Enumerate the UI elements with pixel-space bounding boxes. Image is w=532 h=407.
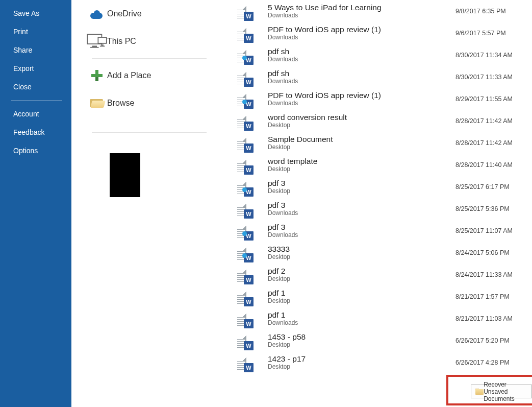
file-location: Downloads <box>268 78 455 85</box>
file-location: Downloads <box>268 12 455 19</box>
file-location: Desktop <box>268 166 455 173</box>
file-date: 8/24/2017 11:33 AM <box>455 271 532 278</box>
file-meta: pdf shDownloads <box>263 47 455 63</box>
file-meta: pdf 3Downloads <box>263 223 455 239</box>
recent-document-row[interactable]: W5 Ways to Use iPad for LearningDownload… <box>227 0 532 22</box>
file-date: 8/28/2017 11:42 AM <box>455 139 532 147</box>
word-document-icon: W <box>245 358 263 367</box>
file-name: word template <box>268 157 455 166</box>
place-label: This PC <box>107 37 136 46</box>
file-date: 8/25/2017 11:07 AM <box>455 227 532 234</box>
word-document-icon: W <box>245 314 263 323</box>
file-location: Desktop <box>268 298 455 305</box>
word-document-icon: W <box>245 336 263 345</box>
recent-document-row[interactable]: WSample DocumentDesktop8/28/2017 11:42 A… <box>227 132 532 154</box>
recent-document-row[interactable]: W1453 - p58Desktop6/26/2017 5:20 PM <box>227 329 532 351</box>
file-name: Sample Document <box>268 135 455 144</box>
file-name: 1423 - p17 <box>268 354 455 364</box>
recent-document-row[interactable]: Wword conversion resultDesktop8/28/2017 … <box>227 110 532 132</box>
svg-rect-4 <box>101 44 104 45</box>
sidebar-item-print[interactable]: Print <box>0 22 71 41</box>
file-name: pdf sh <box>268 69 455 78</box>
file-meta: PDF to Word iOS app review (1)Downloads <box>263 25 455 41</box>
file-name: 33333 <box>268 245 455 254</box>
word-document-icon: W <box>245 248 263 257</box>
sidebar-item-options[interactable]: Options <box>0 141 71 160</box>
file-date: 8/24/2017 5:06 PM <box>455 249 532 256</box>
file-name: PDF to Word iOS app review (1) <box>268 25 455 34</box>
recent-document-row[interactable]: Wpdf 1Desktop8/21/2017 1:57 PM <box>227 285 532 307</box>
recent-document-row[interactable]: Wpdf 1Downloads8/21/2017 11:03 AM <box>227 307 532 329</box>
recent-document-row[interactable]: Wpdf 2Desktop8/24/2017 11:33 AM <box>227 264 532 285</box>
file-location: Desktop <box>268 122 455 129</box>
folder-icon <box>475 389 479 395</box>
file-location: Downloads <box>268 34 455 41</box>
file-date: 8/30/2017 11:34 AM <box>455 52 532 59</box>
file-meta: PDF to Word iOS app review (1)Downloads <box>263 91 455 107</box>
sidebar-item-close[interactable]: Close <box>0 78 71 96</box>
word-document-icon: W <box>245 51 263 60</box>
file-meta: pdf 2Desktop <box>263 267 455 283</box>
recent-document-row[interactable]: Wword templateDesktop8/28/2017 11:40 AM <box>227 154 532 176</box>
sidebar-separator <box>11 100 62 101</box>
sidebar-item-save-as[interactable]: Save As <box>0 4 71 22</box>
recent-document-row[interactable]: Wpdf 3Desktop8/25/2017 6:17 PM <box>227 176 532 198</box>
file-date: 8/29/2017 11:55 AM <box>455 95 532 103</box>
recent-document-row[interactable]: WPDF to Word iOS app review (1)Downloads… <box>227 22 532 44</box>
recent-document-row[interactable]: Wpdf 3Downloads8/25/2017 5:36 PM <box>227 198 532 220</box>
this-pc-icon <box>87 34 107 50</box>
recent-document-row[interactable]: Wpdf shDownloads8/30/2017 11:34 AM <box>227 44 532 66</box>
svg-rect-5 <box>100 45 105 46</box>
sidebar-item-export[interactable]: Export <box>0 59 71 78</box>
file-name: word conversion result <box>268 113 455 122</box>
word-document-icon: W <box>245 292 263 301</box>
recent-document-row[interactable]: W33333Desktop8/24/2017 5:06 PM <box>227 242 532 264</box>
file-meta: pdf 1Downloads <box>263 310 455 327</box>
place-label: Browse <box>107 99 134 108</box>
file-date: 8/30/2017 11:33 AM <box>455 74 532 81</box>
place-add-a-place[interactable]: Add a Place <box>71 62 227 89</box>
word-document-icon: W <box>245 204 263 213</box>
recent-documents-pane: W5 Ways to Use iPad for LearningDownload… <box>227 0 532 407</box>
file-meta: pdf 3Desktop <box>263 179 455 195</box>
recent-document-row[interactable]: Wpdf shDownloads8/30/2017 11:33 AM <box>227 66 532 88</box>
file-meta: word templateDesktop <box>263 157 455 173</box>
place-onedrive[interactable]: OneDrive <box>71 0 227 28</box>
sidebar-item-account[interactable]: Account <box>0 105 71 123</box>
recent-document-row[interactable]: WPDF to Word iOS app review (1)Downloads… <box>227 88 532 110</box>
place-browse[interactable]: Browse <box>71 89 227 117</box>
file-name: pdf 1 <box>268 289 455 298</box>
file-name: pdf 1 <box>268 310 455 320</box>
svg-rect-1 <box>92 45 97 46</box>
word-document-icon: W <box>245 116 263 126</box>
file-meta: 5 Ways to Use iPad for LearningDownloads <box>263 3 455 19</box>
word-document-icon: W <box>245 138 263 148</box>
recent-document-row[interactable]: W1423 - p17Desktop6/26/2017 4:28 PM <box>227 351 532 373</box>
file-name: pdf 3 <box>268 223 455 232</box>
file-name: 1453 - p58 <box>268 332 455 342</box>
recent-document-row[interactable]: Wpdf 3Downloads8/25/2017 11:07 AM <box>227 220 532 242</box>
file-location: Desktop <box>268 364 455 371</box>
file-date: 9/6/2017 5:57 PM <box>455 30 532 37</box>
file-location: Downloads <box>268 210 455 217</box>
file-meta: pdf 1Desktop <box>263 289 455 305</box>
file-date: 8/25/2017 6:17 PM <box>455 183 532 190</box>
place-label: Add a Place <box>107 71 151 80</box>
file-date: 8/28/2017 11:40 AM <box>455 161 532 169</box>
word-document-icon: W <box>245 94 263 104</box>
places-separator <box>92 132 207 133</box>
word-document-icon: W <box>245 7 263 16</box>
sidebar-item-feedback[interactable]: Feedback <box>0 123 71 141</box>
sidebar-item-share[interactable]: Share <box>0 41 71 59</box>
file-name: 5 Ways to Use iPad for Learning <box>268 3 455 12</box>
file-meta: 33333Desktop <box>263 245 455 261</box>
recover-unsaved-button[interactable]: Recover Unsaved Documents <box>471 385 532 398</box>
file-location: Downloads <box>268 232 455 239</box>
place-this-pc[interactable]: This PC <box>71 28 227 55</box>
word-document-icon: W <box>245 160 263 170</box>
file-name: PDF to Word iOS app review (1) <box>268 91 455 100</box>
svg-rect-2 <box>90 47 98 48</box>
word-document-icon: W <box>245 29 263 38</box>
file-location: Desktop <box>268 188 455 195</box>
places-separator <box>92 58 207 59</box>
